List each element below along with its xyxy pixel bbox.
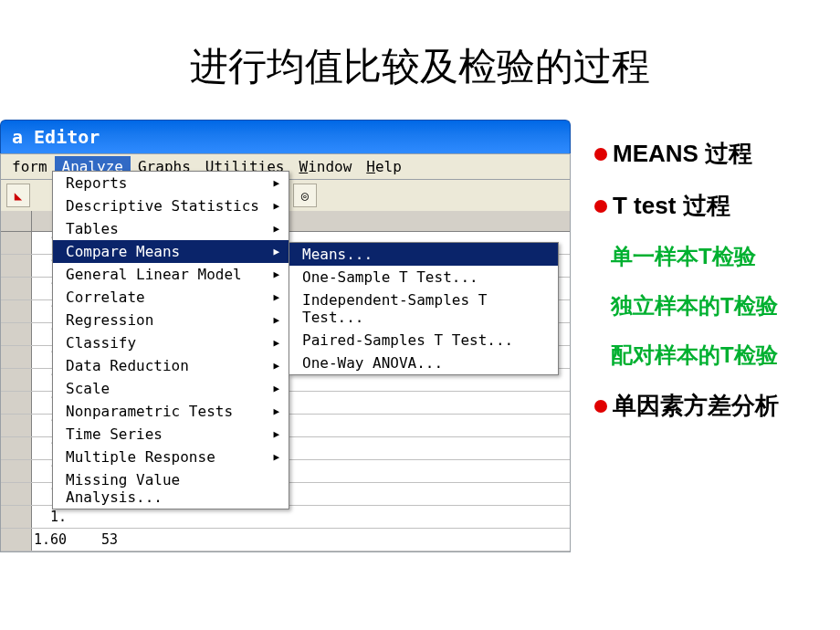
slide-title: 进行均值比较及检验的过程 [0,0,840,120]
menu-item-time-series[interactable]: Time Series▶ [53,423,289,446]
menu-item-compare-means[interactable]: Compare Means▶ [53,240,289,263]
submenu-item-paired-samples-t-test-[interactable]: Paired-Samples T Test... [289,329,558,352]
row-header[interactable] [1,415,32,436]
bullet-icon [594,400,607,413]
table-row: 1.6053 [1,529,570,551]
bullet-text: MEANS 过程 [613,138,752,170]
submenu-arrow-icon: ▶ [273,337,279,349]
row-header[interactable] [1,392,32,414]
submenu-arrow-icon: ▶ [273,177,279,189]
menu-item-regression[interactable]: Regression▶ [53,309,289,331]
menu-window[interactable]: Window [291,156,359,177]
menu-form[interactable]: form [5,156,55,177]
submenu-arrow-icon: ▶ [273,428,279,440]
menu-item-data-reduction[interactable]: Data Reduction▶ [53,354,289,377]
side-annotations: MEANS 过程 T test 过程 单一样本T检验 独立样本的T检验 配对样本… [571,120,779,442]
toolbar-button-3[interactable]: ◎ [293,184,317,207]
submenu-arrow-icon: ▶ [273,268,279,280]
row-header[interactable] [1,278,32,299]
row-header[interactable] [1,483,32,505]
bullet-icon [594,200,607,213]
menu-item-scale[interactable]: Scale▶ [53,377,289,400]
submenu-item-independent-samples-t-test-[interactable]: Independent-Samples T Test... [289,289,558,329]
sub-independent: 独立样本的T检验 [611,291,779,320]
bullet-anova: 单因素方差分析 [594,390,779,422]
menu-item-classify[interactable]: Classify▶ [53,331,289,354]
row-header[interactable] [1,437,32,459]
sub-one-sample: 单一样本T检验 [611,242,779,271]
row-header[interactable] [1,300,32,322]
submenu-arrow-icon: ▶ [273,291,279,303]
row-header[interactable] [1,369,32,391]
menu-item-general-linear-model[interactable]: General Linear Model▶ [53,263,289,286]
row-header[interactable] [1,255,32,277]
menu-item-multiple-response[interactable]: Multiple Response▶ [53,446,289,468]
submenu-arrow-icon: ▶ [273,405,279,417]
submenu-arrow-icon: ▶ [273,200,279,212]
menu-item-tables[interactable]: Tables▶ [53,217,289,240]
submenu-item-one-way-anova-[interactable]: One-Way ANOVA... [289,352,558,374]
toolbar-button-1[interactable]: ◣ [6,184,30,207]
menu-item-correlate[interactable]: Correlate▶ [53,286,289,309]
submenu-arrow-icon: ▶ [273,383,279,394]
row-header[interactable] [1,460,32,482]
bullet-text: T test 过程 [613,190,730,222]
menu-item-descriptive-statistics[interactable]: Descriptive Statistics▶ [53,194,289,217]
row-header[interactable] [1,529,32,551]
submenu-arrow-icon: ▶ [273,314,279,326]
sub-paired: 配对样本的T检验 [611,341,779,370]
window-titlebar: a Editor [0,120,571,153]
analyze-menu-dropdown: Reports▶Descriptive Statistics▶Tables▶Co… [52,171,289,509]
corner-cell[interactable] [1,211,32,231]
compare-means-submenu: Means...One-Sample T Test...Independent-… [289,242,559,375]
row-header[interactable] [1,506,32,528]
menu-help[interactable]: Help [359,156,409,177]
submenu-arrow-icon: ▶ [273,451,279,463]
bullet-text: 单因素方差分析 [613,390,779,422]
cell[interactable]: 1. [32,509,72,525]
cell[interactable]: 1.60 [32,531,72,548]
bullet-icon [594,148,607,161]
menu-item-nonparametric-tests[interactable]: Nonparametric Tests▶ [53,400,289,423]
submenu-item-means-[interactable]: Means... [289,243,558,266]
content-area: a Editor form Analyze Graphs Utilities W… [0,120,840,552]
bullet-ttest: T test 过程 [594,190,779,222]
row-header[interactable] [1,346,32,368]
submenu-item-one-sample-t-test-[interactable]: One-Sample T Test... [289,266,558,289]
row-header[interactable] [1,232,32,254]
row-header[interactable] [1,323,32,345]
app-screenshot: a Editor form Analyze Graphs Utilities W… [0,120,571,552]
submenu-arrow-icon: ▶ [273,360,279,372]
cell[interactable]: 53 [72,531,123,548]
submenu-arrow-icon: ▶ [273,246,279,257]
submenu-arrow-icon: ▶ [273,223,279,235]
menu-item-missing-value-analysis-[interactable]: Missing Value Analysis... [53,468,289,509]
bullet-means: MEANS 过程 [594,138,779,170]
menu-item-reports[interactable]: Reports▶ [53,172,289,194]
